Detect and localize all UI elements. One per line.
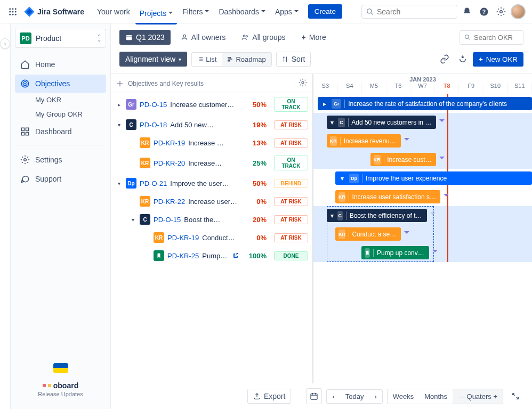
okr-row[interactable]: ▾CPD-O-18 Add 50 new…19%AT RISK xyxy=(111,116,312,134)
sort-button[interactable]: Sort xyxy=(276,52,311,67)
okr-key[interactable]: PD-KR-25 xyxy=(167,252,199,260)
sidebar-item-my-okr[interactable]: My OKR xyxy=(15,93,106,107)
bar-marker-icon xyxy=(444,194,449,199)
nav-filters[interactable]: Filters xyxy=(178,4,213,19)
expand-chevron-icon[interactable]: ▸ xyxy=(115,102,123,108)
jira-logo[interactable]: Jira Software xyxy=(23,6,84,18)
expand-chevron-icon[interactable]: ▾ xyxy=(129,217,136,223)
owners-filter[interactable]: All owners xyxy=(175,30,232,45)
today-button[interactable]: Today xyxy=(340,390,369,403)
status-badge: AT RISK xyxy=(274,233,308,242)
today-next[interactable]: › xyxy=(369,390,382,403)
scale-quarters[interactable]: — Quaters + xyxy=(453,389,503,404)
bar-label: Increase the rate of satisfaction of the… xyxy=(348,100,507,108)
okr-title: Conduct… xyxy=(202,234,240,242)
more-filters[interactable]: + More xyxy=(296,30,332,45)
global-search[interactable] xyxy=(361,5,457,19)
timeline-bar[interactable]: ▸GrIncrease the rate of satisfaction of … xyxy=(318,97,532,110)
okr-row[interactable]: ▾DpPD-O-21 Improve the user…50%BEHIND xyxy=(111,174,312,192)
okr-row[interactable]: KRPD-KR-22 Increase user…0%AT RISK xyxy=(111,192,312,210)
timeline-day-header: W7 xyxy=(410,83,435,94)
okr-key[interactable]: PD-KR-19 xyxy=(154,139,185,147)
sidebar-item-support[interactable]: Support xyxy=(15,170,106,188)
apps-menu-icon[interactable] xyxy=(6,5,19,18)
notifications-icon[interactable] xyxy=(460,4,474,19)
timeline-day-header: F9 xyxy=(459,83,483,94)
svg-point-4 xyxy=(12,11,14,12)
user-avatar[interactable] xyxy=(511,4,526,19)
export-button[interactable]: Export xyxy=(247,389,291,404)
bar-chevron-icon[interactable]: ▾ xyxy=(330,119,335,126)
bar-chevron-icon[interactable]: ▾ xyxy=(330,212,334,219)
create-button[interactable]: Create xyxy=(308,4,342,19)
project-selector[interactable]: PD Product ⌃⌄ xyxy=(15,29,106,48)
okr-row[interactable]: ▸GrPD-O-15 Increase customer…50%ON TRACK xyxy=(111,93,312,116)
settings-icon[interactable] xyxy=(494,4,509,19)
okr-key[interactable]: PD-O-15 xyxy=(154,216,181,224)
period-selector[interactable]: Q1 2023 xyxy=(119,30,171,45)
view-selector[interactable]: Alignment view ▾ xyxy=(119,52,187,67)
sidebar-item-my-group-okr[interactable]: My Group OKR xyxy=(15,107,106,121)
timeline-bar[interactable]: ▾DpImprove the user experience xyxy=(335,171,532,185)
okr-key[interactable]: PD-O-18 xyxy=(140,121,167,129)
view-list[interactable]: List xyxy=(192,53,222,66)
expand-chevron-icon[interactable]: ▾ xyxy=(115,181,123,186)
release-updates-link[interactable]: Release Updates xyxy=(15,391,106,397)
link-icon[interactable] xyxy=(437,51,453,67)
timeline-bar[interactable]: KRIncrease user satisfaction score by at… xyxy=(335,190,440,203)
progress-pct: 0% xyxy=(243,198,267,206)
nav-apps[interactable]: Apps xyxy=(271,4,303,19)
okr-key[interactable]: PD-KR-20 xyxy=(154,159,185,167)
okr-key[interactable]: PD-KR-22 xyxy=(154,198,185,206)
sidebar-item-settings[interactable]: Settings xyxy=(15,151,106,169)
fullscreen-button[interactable] xyxy=(507,388,523,404)
okr-row[interactable]: KRPD-KR-20 Increase…25%ON TRACK xyxy=(111,152,312,174)
timeline-bar[interactable]: KRIncrease customer retention… xyxy=(370,153,436,166)
bar-chevron-icon[interactable]: ▸ xyxy=(321,100,328,108)
bar-label: Increase revenue by 20% xyxy=(344,137,398,145)
okr-row[interactable]: KRPD-KR-19 Conduct…0%AT RISK xyxy=(111,228,312,247)
groups-filter[interactable]: All groups xyxy=(236,30,291,45)
okr-search-input[interactable] xyxy=(474,34,519,42)
nav-your-work[interactable]: Your work xyxy=(93,4,134,19)
status-badge: AT RISK xyxy=(274,138,308,148)
type-badge: KR xyxy=(140,137,150,148)
oboard-logo[interactable]: oboard xyxy=(15,381,106,390)
status-badge: DONE xyxy=(274,251,308,260)
okr-row[interactable]: PD-KR-25 Pump…100%DONE xyxy=(111,247,312,265)
timeline-bar[interactable]: KRConduct a series of training … xyxy=(335,227,401,241)
okr-row[interactable]: KRPD-KR-19 Increase …13%AT RISK xyxy=(111,134,312,152)
search-input[interactable] xyxy=(377,7,470,16)
timeline-bar[interactable]: Pump up conversion rate by… xyxy=(361,246,429,259)
timeline-day-header: M5 xyxy=(362,83,386,94)
nav-projects[interactable]: Projects xyxy=(135,6,178,24)
calendar-picker-button[interactable] xyxy=(306,388,322,404)
timeline-bar[interactable]: KRIncrease revenue by 20% xyxy=(327,134,401,148)
sidebar-item-dashboard[interactable]: Dashboard xyxy=(15,122,106,141)
external-link-icon[interactable] xyxy=(232,252,240,259)
view-roadmap[interactable]: Roadmap xyxy=(222,53,271,66)
expand-chevron-icon[interactable]: ▾ xyxy=(115,122,123,128)
today-prev[interactable]: ‹ xyxy=(327,390,340,403)
okr-key[interactable]: PD-O-21 xyxy=(140,179,167,187)
scale-months[interactable]: Months xyxy=(419,389,453,404)
expand-all-icon[interactable] xyxy=(116,80,124,87)
refresh-icon[interactable] xyxy=(455,51,471,67)
okr-key[interactable]: PD-KR-19 xyxy=(167,234,199,242)
timeline-bar[interactable]: ▾CAdd 50 new customers in the next quart… xyxy=(327,116,436,129)
sidebar-item-objectives[interactable]: Objectives xyxy=(15,75,106,93)
new-okr-button[interactable]: +New OKR xyxy=(473,52,523,67)
svg-text:?: ? xyxy=(482,8,486,14)
timeline-day-header: S3 xyxy=(313,83,338,94)
timeline-bar[interactable]: ▾CBoost the efficiency of the sales team… xyxy=(327,209,428,222)
okr-row[interactable]: ▾CPD-O-15 Boost the…20%AT RISK xyxy=(111,210,312,228)
scale-weeks[interactable]: Weeks xyxy=(388,389,420,404)
nav-dashboards[interactable]: Dashboards xyxy=(214,4,270,19)
okr-search[interactable] xyxy=(460,30,523,45)
help-icon[interactable]: ? xyxy=(477,4,491,19)
sidebar-item-home[interactable]: Home xyxy=(15,55,106,73)
okr-key[interactable]: PD-O-15 xyxy=(140,101,167,109)
expand-sidebar-button[interactable]: › xyxy=(0,38,10,49)
bar-chevron-icon[interactable]: ▾ xyxy=(338,175,346,182)
column-settings-icon[interactable] xyxy=(299,78,307,88)
